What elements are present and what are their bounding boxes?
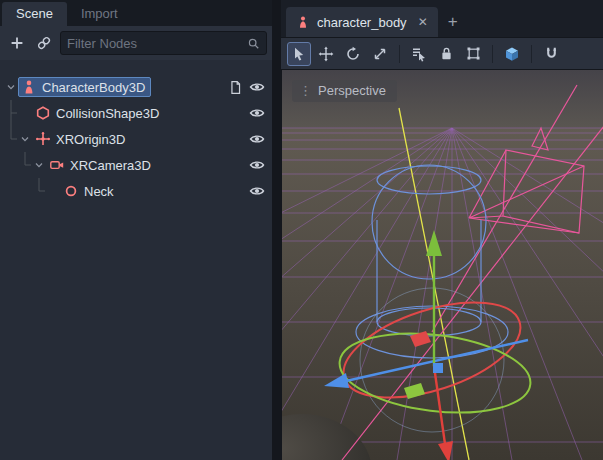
grabber-icon: ⋮ (299, 83, 311, 98)
node-3d-icon (63, 183, 79, 199)
scale-tool-button[interactable] (368, 42, 392, 66)
add-node-button[interactable] (6, 32, 28, 54)
script-icon[interactable] (226, 78, 244, 96)
tab-scene[interactable]: Scene (2, 2, 67, 26)
filter-nodes-box (60, 31, 267, 55)
node-name: CollisionShape3D (56, 106, 159, 121)
collision-shape-3d-icon (35, 105, 51, 121)
center-handle (433, 363, 443, 373)
snap-button[interactable] (539, 42, 563, 66)
tree-row[interactable]: XROrigin3D (0, 126, 272, 152)
cursor-icon (291, 46, 307, 62)
node-label[interactable]: XRCamera3D (46, 155, 157, 175)
node-name: XRCamera3D (70, 158, 151, 173)
viewport-3d[interactable]: ⋮ Perspective (281, 70, 603, 460)
lock-icon (439, 46, 454, 61)
move-tool-button[interactable] (314, 42, 338, 66)
node-name: Neck (84, 184, 114, 199)
scene-dock-tabbar: Scene Import (0, 0, 272, 26)
toolbar-separator (399, 45, 400, 63)
chevron-down-icon[interactable] (32, 158, 46, 172)
perspective-label: Perspective (318, 83, 386, 98)
dock-splitter[interactable] (272, 0, 281, 460)
scene-root-icon (296, 15, 310, 29)
group-icon (466, 46, 481, 61)
perspective-button[interactable]: ⋮ Perspective (292, 80, 397, 102)
rotate-tool-button[interactable] (341, 42, 365, 66)
visibility-icon[interactable] (248, 182, 266, 200)
plus-icon (9, 35, 25, 51)
close-icon[interactable]: ✕ (418, 15, 428, 29)
select-tool-button[interactable] (287, 42, 311, 66)
lock-button[interactable] (434, 42, 458, 66)
magnet-icon (544, 46, 559, 61)
scene-dock: Scene Import CharacterBody3D (0, 0, 272, 460)
scene-dock-toolbar (0, 26, 272, 60)
xr-origin-3d-icon (35, 131, 51, 147)
toolbar-separator (492, 45, 493, 63)
rotate-icon (345, 46, 361, 62)
cube-icon (504, 46, 520, 62)
node-label[interactable]: XROrigin3D (32, 129, 131, 149)
group-button[interactable] (461, 42, 485, 66)
tree-row[interactable]: CharacterBody3D (0, 74, 272, 100)
viewport-canvas[interactable] (282, 70, 603, 460)
search-icon (247, 37, 260, 50)
node-label[interactable]: Neck (60, 181, 120, 201)
chain-link-icon (36, 35, 52, 51)
list-select-button[interactable] (407, 42, 431, 66)
scene-tree: CharacterBody3D CollisionShape3D (0, 60, 272, 460)
node-name: XROrigin3D (56, 132, 125, 147)
tree-row[interactable]: Neck (0, 178, 272, 204)
instance-scene-button[interactable] (33, 32, 55, 54)
chevron-spacer (18, 106, 32, 120)
tree-row[interactable]: XRCamera3D (0, 152, 272, 178)
visibility-icon[interactable] (248, 130, 266, 148)
xr-camera-3d-icon (49, 157, 65, 173)
viewport-panel: character_body ✕ + (281, 0, 603, 460)
chevron-down-icon[interactable] (4, 80, 18, 94)
node-label[interactable]: CharacterBody3D (18, 77, 151, 97)
filter-nodes-input[interactable] (67, 36, 243, 51)
node-label[interactable]: CollisionShape3D (32, 103, 165, 123)
local-space-button[interactable] (500, 42, 524, 66)
scale-icon (372, 46, 388, 62)
scene-tab-label: character_body (317, 15, 407, 30)
toolbar-separator (531, 45, 532, 63)
character-body-3d-icon (21, 79, 37, 95)
move-icon (318, 46, 334, 62)
scene-tab-character-body[interactable]: character_body ✕ (286, 7, 438, 37)
chevron-down-icon[interactable] (18, 132, 32, 146)
visibility-icon[interactable] (248, 104, 266, 122)
node-name: CharacterBody3D (42, 80, 145, 95)
godot-editor: Scene Import CharacterBody3D (0, 0, 603, 460)
tab-import[interactable]: Import (67, 2, 132, 26)
tree-row[interactable]: CollisionShape3D (0, 100, 272, 126)
chevron-spacer (46, 184, 60, 198)
new-scene-tab-button[interactable]: + (438, 7, 468, 37)
viewport-toolbar (281, 38, 603, 70)
list-select-icon (411, 46, 427, 62)
visibility-icon[interactable] (248, 156, 266, 174)
scene-tabbar: character_body ✕ + (281, 0, 603, 38)
visibility-icon[interactable] (248, 78, 266, 96)
